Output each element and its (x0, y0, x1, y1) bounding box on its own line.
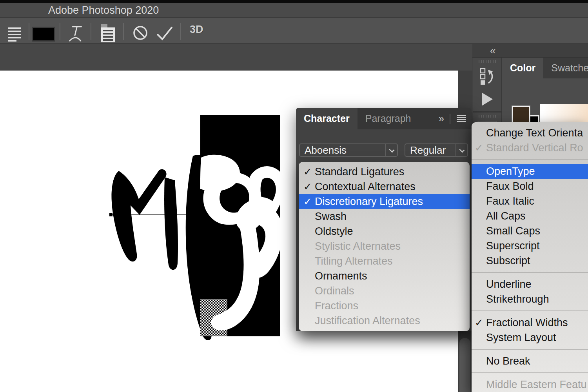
menu-item-label: Faux Italic (486, 195, 534, 207)
check-icon: ✓ (303, 164, 312, 179)
menu-item[interactable]: ✓ Contextual Alternates (299, 179, 470, 194)
chevron-down-icon (389, 147, 394, 152)
glyph-w-black (111, 169, 166, 262)
menu-item: Titling Alternates (299, 254, 470, 269)
chevron-down-icon (459, 147, 465, 152)
font-style-select[interactable]: Regular (405, 143, 468, 157)
menu-item: ✓ Standard Vertical Ro (472, 140, 588, 155)
menu-item-label: OpenType (486, 165, 535, 177)
strip-divider (473, 111, 501, 113)
type-tool-options-bar: 3D (0, 18, 588, 44)
menu-item-label: Stylistic Alternates (315, 240, 401, 252)
3d-icon[interactable]: 3D (190, 24, 203, 36)
character-panel-tabs: Character Paragraph » (296, 108, 472, 129)
baseline-handle[interactable] (109, 213, 113, 216)
options-divider (91, 23, 91, 40)
menu-item-label: Ornaments (315, 270, 367, 282)
font-family-value: Aboensis (300, 144, 385, 156)
menu-separator (472, 272, 588, 273)
scrollbar-thumb[interactable] (459, 338, 470, 392)
tab-swatches[interactable]: Swatches (543, 58, 588, 78)
menu-item-label: Superscript (486, 240, 540, 252)
font-style-dropdown-button[interactable] (456, 144, 467, 156)
commit-icon[interactable] (155, 25, 174, 41)
menu-item-label: Fractions (315, 300, 358, 312)
menu-item[interactable]: ✓ Discretionary Ligatures (299, 194, 470, 209)
menu-item-label: All Caps (486, 210, 526, 222)
menu-item-label: Standard Vertical Ro (486, 142, 583, 154)
character-panel-menu: Change Text Orienta ✓ Standard Vertical … (472, 122, 588, 392)
menu-item: Middle Eastern Featu (472, 377, 588, 392)
options-divider (123, 23, 124, 40)
window-title: Adobe Photoshop 2020 (48, 3, 159, 18)
title-bar: Adobe Photoshop 2020 (0, 3, 588, 18)
menu-item[interactable]: Small Caps (472, 223, 588, 238)
menu-separator (472, 159, 588, 160)
tab-paragraph[interactable]: Paragraph (358, 108, 419, 129)
menu-item-label: Middle Eastern Featu (486, 379, 587, 390)
menu-item: Stylistic Alternates (299, 239, 470, 254)
menu-item: Fractions (299, 298, 470, 313)
collapse-panels-icon[interactable]: « (490, 45, 495, 57)
menu-item[interactable]: Swash (299, 209, 470, 224)
photoshop-window: Adobe Photoshop 2020 (0, 0, 588, 392)
tab-character[interactable]: Character (296, 108, 358, 129)
menu-separator (472, 349, 588, 350)
menu-item[interactable]: All Caps (472, 209, 588, 223)
menu-item-label: Contextual Alternates (315, 181, 416, 192)
menu-item-label: Titling Alternates (315, 255, 393, 267)
panel-menu-icon[interactable] (457, 115, 466, 122)
menu-item[interactable]: OpenType (472, 164, 588, 179)
font-style-value: Regular (405, 144, 456, 156)
menu-item[interactable]: Faux Bold (472, 179, 588, 194)
menu-item[interactable]: Oldstyle (299, 224, 470, 239)
menu-item-label: Standard Ligatures (315, 166, 404, 178)
menu-item[interactable]: Strikethrough (472, 292, 588, 307)
menu-item[interactable]: Ornaments (299, 269, 470, 283)
font-family-select[interactable]: Aboensis (299, 143, 398, 157)
grip-handle[interactable] (479, 115, 496, 118)
menu-item-label: Oldstyle (315, 225, 353, 237)
cancel-icon[interactable] (132, 25, 148, 41)
font-family-dropdown-button[interactable] (385, 144, 397, 156)
color-panel-tabs: Color Swatches (502, 58, 588, 78)
check-icon: ✓ (475, 140, 483, 155)
menu-item[interactable]: Underline (472, 277, 588, 292)
menu-item-label: Subscript (486, 255, 530, 267)
tab-color[interactable]: Color (502, 58, 543, 78)
menu-item-label: Ordinals (315, 285, 354, 297)
menu-item[interactable]: Subscript (472, 253, 588, 268)
menu-separator (472, 372, 588, 373)
foreground-color-swatch[interactable] (512, 106, 530, 124)
menu-item-label: Justification Alternates (315, 315, 420, 327)
dock-header: « (472, 44, 588, 58)
menu-item-label: Swash (315, 211, 347, 222)
menu-separator (472, 310, 588, 311)
glyph-w-black (164, 177, 178, 270)
menu-item: Ordinals (299, 283, 470, 298)
menu-item-label: System Layout (486, 332, 556, 343)
text-align-icon[interactable] (7, 26, 23, 42)
grip-handle[interactable] (479, 60, 496, 63)
actions-panel-icon[interactable] (482, 93, 493, 106)
check-icon: ✓ (303, 194, 312, 209)
menu-item[interactable]: ✓ Fractional Widths (472, 315, 588, 330)
menu-item[interactable]: Superscript (472, 238, 588, 253)
history-panel-icon[interactable] (479, 67, 495, 85)
menu-item[interactable]: Change Text Orienta (472, 125, 588, 140)
toggle-panels-icon[interactable] (100, 24, 117, 43)
text-color-swatch[interactable] (32, 27, 55, 42)
menu-item-label: Fractional Widths (486, 317, 568, 328)
panel-expand-icon[interactable]: » (439, 113, 443, 124)
menu-item[interactable]: ✓ Standard Ligatures (299, 164, 470, 179)
opentype-submenu: ✓ Standard Ligatures ✓ Contextual Altern… (299, 162, 470, 331)
menu-item[interactable]: System Layout (472, 330, 588, 345)
menu-item-label: Change Text Orienta (486, 127, 583, 139)
menu-item[interactable]: Faux Italic (472, 194, 588, 209)
warp-text-icon[interactable] (69, 24, 85, 42)
menu-item[interactable]: No Break (472, 354, 588, 368)
window-top-strip (0, 0, 588, 3)
menu-item: Justification Alternates (299, 313, 470, 328)
check-icon: ✓ (475, 315, 483, 330)
options-divider (180, 23, 181, 40)
